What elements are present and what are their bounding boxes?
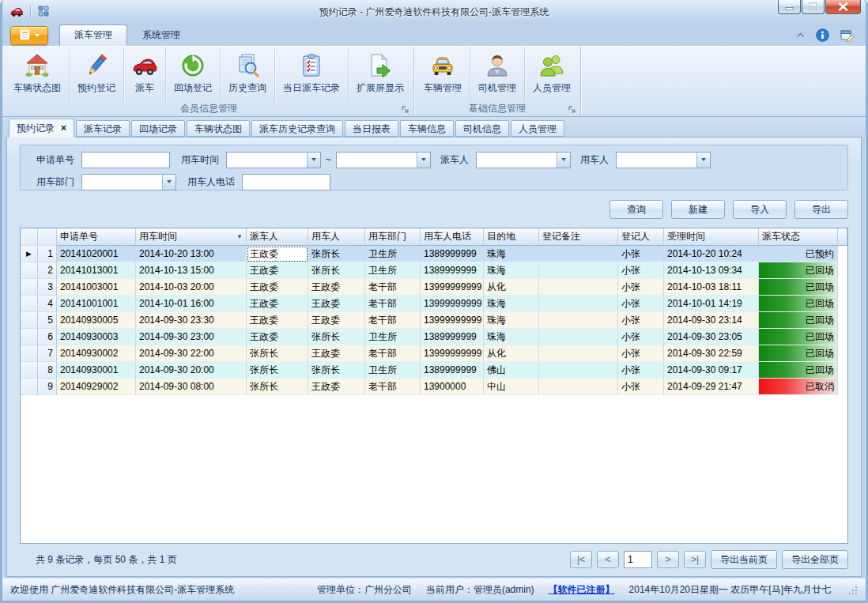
table-cell[interactable]: 王政委 [308, 379, 365, 395]
table-cell[interactable]: 小张 [618, 296, 664, 312]
table-cell[interactable]: 中山 [484, 379, 539, 395]
table-cell[interactable]: 2014-10-20 10:24 [664, 246, 759, 262]
table-cell[interactable]: 2014-09-30 22:00 [136, 345, 247, 362]
help-info-icon[interactable] [816, 28, 829, 42]
row-number-cell[interactable]: 7 [38, 345, 57, 362]
user-select[interactable] [616, 152, 711, 168]
table-cell[interactable]: 2014-10-13 15:00 [136, 262, 247, 279]
import-button[interactable]: 导入 [733, 200, 787, 219]
table-cell[interactable]: 2014-09-30 22:59 [664, 345, 759, 362]
table-cell[interactable]: 老干部 [365, 345, 421, 362]
table-cell[interactable] [539, 329, 618, 345]
column-header-7[interactable]: 目的地 [484, 228, 539, 246]
table-cell[interactable]: 卫生所 [365, 362, 421, 379]
table-cell[interactable]: 20140930003 [57, 329, 136, 345]
table-cell[interactable]: 卫生所 [365, 329, 421, 345]
column-header-2[interactable]: 用车时间▼ [136, 228, 247, 246]
table-cell[interactable]: 王政委 [247, 329, 308, 345]
row-indicator-cell[interactable] [21, 262, 38, 279]
table-cell[interactable]: 王政委 [308, 312, 365, 329]
table-row[interactable]: 9201409290022014-09-30 08:00张所长王政委老干部139… [21, 379, 847, 395]
ribbon-button-personnel-management[interactable]: 人员管理 [524, 47, 579, 102]
table-cell[interactable]: 卫生所 [365, 262, 421, 279]
table-cell[interactable]: 珠海 [484, 312, 539, 329]
table-cell[interactable]: 2014-09-30 20:00 [136, 362, 247, 379]
row-number-cell[interactable]: 4 [38, 296, 57, 312]
column-header-5[interactable]: 用车部门 [365, 228, 421, 246]
doc-tab-dispatch-history-query[interactable]: 派车历史记录查询 [251, 120, 343, 137]
ribbon-button-dispatch[interactable]: 派车 [123, 47, 165, 102]
table-cell[interactable]: 20140929002 [57, 379, 136, 395]
maximize-button[interactable] [802, 0, 825, 14]
row-number-cell[interactable]: 6 [38, 329, 57, 345]
dispatch-status-cell[interactable]: 已回场 [759, 262, 838, 279]
export-button[interactable]: 导出 [794, 200, 848, 219]
table-cell[interactable]: 小张 [618, 379, 664, 395]
table-cell[interactable]: 张所长 [308, 362, 365, 379]
table-cell[interactable]: 珠海 [484, 246, 539, 262]
table-cell[interactable]: 1389999999 [421, 329, 484, 345]
row-indicator-cell[interactable] [21, 362, 38, 379]
table-row[interactable]: 5201409300052014-09-30 23:30王政委王政委老干部139… [21, 312, 847, 329]
column-header-4[interactable]: 用车人 [308, 228, 365, 246]
table-cell[interactable]: 2014-10-01 16:00 [136, 296, 247, 312]
table-cell[interactable]: 老干部 [365, 279, 421, 296]
department-select[interactable] [81, 174, 176, 190]
ribbon-button-vehicle-management[interactable]: 车辆管理 [416, 47, 470, 102]
table-row[interactable]: 7201409300022014-09-30 22:00张所长王政委老干部139… [21, 345, 847, 362]
table-cell[interactable]: 从化 [484, 345, 539, 362]
resize-grip[interactable] [848, 586, 858, 595]
table-cell[interactable]: 张所长 [247, 379, 308, 395]
table-cell[interactable]: 张所长 [308, 329, 365, 345]
table-cell[interactable]: 王政委 [247, 279, 308, 296]
doc-tab-driver-info[interactable]: 司机信息 [455, 120, 509, 137]
table-cell[interactable]: 张所长 [247, 345, 308, 362]
column-header-9[interactable]: 登记人 [618, 228, 664, 246]
use-time-from-select[interactable] [226, 152, 321, 168]
table-cell[interactable] [539, 362, 618, 379]
row-number-cell[interactable]: 5 [38, 312, 57, 329]
table-cell[interactable]: 王政委 [247, 262, 308, 279]
table-cell[interactable]: 佛山 [484, 362, 539, 379]
tab-close-icon[interactable]: × [61, 123, 66, 133]
ribbon-button-history-query[interactable]: 历史查询 [220, 47, 274, 102]
dispatch-status-cell[interactable]: 已取消 [759, 379, 838, 395]
table-cell[interactable]: 王政委 [308, 345, 365, 362]
table-row[interactable]: 4201410010012014-10-01 16:00王政委王政委老干部139… [21, 296, 847, 312]
chevron-down-icon[interactable] [162, 175, 175, 190]
row-indicator-cell[interactable]: ▶ [21, 246, 38, 262]
ribbon-button-return-register[interactable]: 回场登记 [165, 47, 220, 102]
table-cell[interactable]: 20141013001 [57, 262, 136, 279]
ribbon-tab-system-management[interactable]: 系统管理 [127, 24, 195, 46]
query-button[interactable]: 查询 [609, 200, 663, 219]
table-cell[interactable]: 老干部 [365, 379, 421, 395]
ribbon-button-daily-dispatch-records[interactable]: 当日派车记录 [274, 47, 348, 102]
ribbon-button-driver-management[interactable]: 司机管理 [470, 47, 524, 102]
table-cell[interactable]: 王政委 [308, 279, 365, 296]
pager-first-button[interactable]: |< [570, 551, 592, 568]
column-header-11[interactable]: 派车状态 [759, 228, 838, 246]
table-row[interactable]: 6201409300032014-09-30 23:00王政委张所长卫生所138… [21, 329, 847, 345]
ribbon-button-extended-screen[interactable]: 扩展屏显示 [348, 47, 412, 102]
new-button[interactable]: 新建 [671, 200, 725, 219]
doc-tab-vehicle-info[interactable]: 车辆信息 [400, 120, 454, 137]
close-button[interactable] [825, 0, 861, 14]
row-number-cell[interactable]: 1 [38, 246, 57, 262]
doc-tab-dispatch-records[interactable]: 派车记录 [76, 120, 130, 137]
column-filter-icon[interactable]: ▼ [236, 233, 243, 240]
export-all-pages-button[interactable]: 导出全部页 [782, 550, 848, 569]
dispatch-status-cell[interactable]: 已预约 [759, 246, 838, 262]
dispatch-status-cell[interactable]: 已回场 [759, 329, 838, 345]
style-switcher-icon[interactable] [840, 29, 855, 42]
table-cell[interactable]: 13999999999 [421, 279, 484, 296]
table-cell[interactable]: 2014-10-13 09:34 [664, 262, 759, 279]
table-cell[interactable]: 小张 [618, 329, 664, 345]
dispatch-status-cell[interactable]: 已回场 [759, 345, 838, 362]
row-indicator-cell[interactable] [21, 312, 38, 329]
table-cell[interactable]: 13999999999 [421, 296, 484, 312]
dialog-launcher-icon[interactable] [568, 106, 576, 114]
doc-tab-reservation-records[interactable]: 预约记录× [9, 119, 74, 138]
table-cell[interactable]: 小张 [618, 312, 664, 329]
row-indicator-cell[interactable] [21, 379, 38, 395]
row-indicator-cell[interactable] [21, 296, 38, 312]
